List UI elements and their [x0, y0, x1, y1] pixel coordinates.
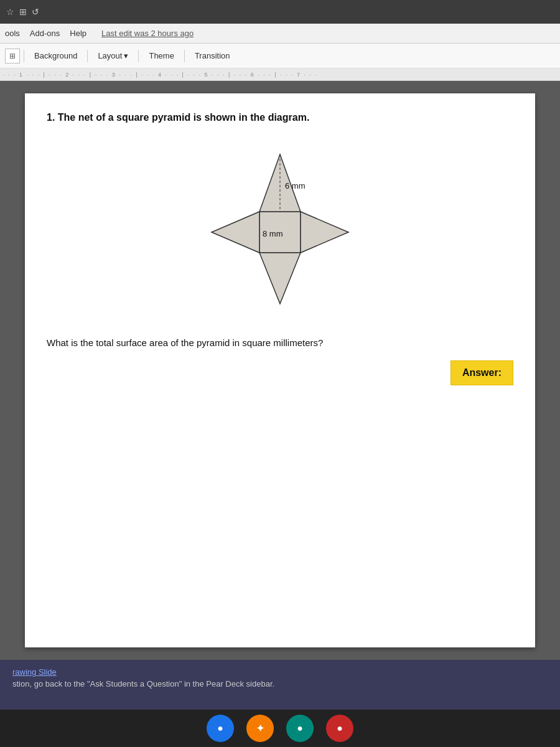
- menu-tools[interactable]: ools: [5, 29, 20, 38]
- surface-question: What is the total surface area of the py…: [47, 337, 513, 348]
- toolbar: ⊞ Background Layout ▾ Theme Transition: [0, 44, 560, 68]
- menu-bar: ools Add-ons Help Last edit was 2 hours …: [0, 24, 560, 44]
- expand-button[interactable]: ⊞: [5, 49, 20, 63]
- last-edit-label: Last edit was 2 hours ago: [101, 29, 194, 38]
- slide: 1. The net of a square pyramid is shown …: [25, 93, 535, 647]
- toolbar-separator-3: [138, 50, 139, 62]
- menu-addons[interactable]: Add-ons: [30, 29, 60, 38]
- taskbar-icon-orange[interactable]: ✦: [246, 715, 274, 742]
- theme-button[interactable]: Theme: [142, 49, 180, 63]
- diagram-container: 6 mm 8 mm: [47, 136, 513, 322]
- svg-marker-2: [259, 253, 301, 304]
- svg-text:6 mm: 6 mm: [285, 181, 306, 190]
- plus-square-icon[interactable]: ⊞: [19, 7, 27, 17]
- ruler: · · · 1 · · · | · · · 2 · · · | · · · 3 …: [0, 68, 560, 81]
- svg-marker-4: [301, 212, 348, 253]
- menu-help[interactable]: Help: [70, 29, 86, 38]
- transition-button[interactable]: Transition: [189, 49, 236, 63]
- toolbar-separator-4: [184, 50, 185, 62]
- taskbar-icon-teal[interactable]: ●: [286, 715, 314, 742]
- refresh-icon[interactable]: ↺: [32, 7, 39, 17]
- svg-marker-3: [212, 212, 259, 253]
- taskbar-icon-blue[interactable]: ●: [207, 715, 234, 742]
- layout-button[interactable]: Layout ▾: [91, 49, 134, 63]
- pyramid-net-svg: 6 mm 8 mm: [193, 136, 367, 322]
- system-bar: ☆ ⊞ ↺: [0, 0, 560, 24]
- toolbar-separator-1: [24, 50, 24, 62]
- star-icon[interactable]: ☆: [6, 7, 14, 17]
- answer-box: Answer:: [450, 360, 513, 385]
- ruler-marks: · · · 1 · · · | · · · 2 · · · | · · · 3 …: [2, 72, 318, 78]
- background-button[interactable]: Background: [28, 49, 83, 63]
- drawing-label[interactable]: rawing Slide: [12, 667, 57, 677]
- taskbar-icon-red[interactable]: ●: [326, 715, 353, 742]
- svg-text:8 mm: 8 mm: [263, 229, 283, 238]
- main-area: 1. The net of a square pyramid is shown …: [0, 81, 560, 660]
- toolbar-separator-2: [87, 50, 88, 62]
- instruction-text: stion, go back to the "Ask Students a Qu…: [12, 679, 548, 688]
- taskbar: ● ✦ ● ●: [0, 710, 560, 747]
- question-text: 1. The net of a square pyramid is shown …: [47, 112, 513, 123]
- bottom-bar: rawing Slide stion, go back to the "Ask …: [0, 660, 560, 710]
